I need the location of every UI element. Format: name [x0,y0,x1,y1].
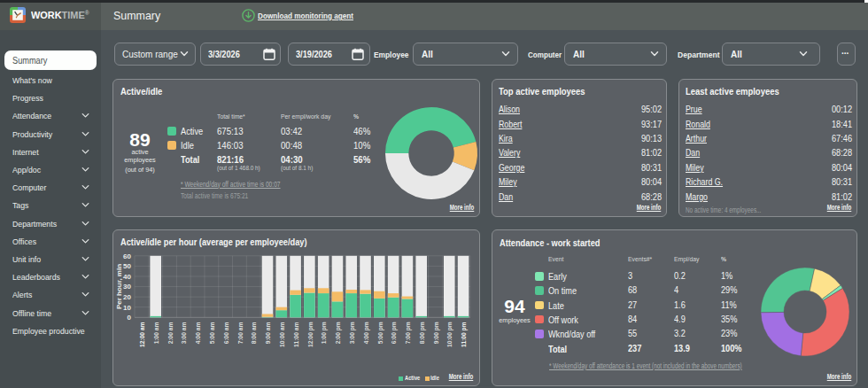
svg-text:12:00 pm: 12:00 pm [306,322,314,347]
svg-text:12:00 am: 12:00 am [138,322,146,347]
svg-text:50: 50 [123,262,131,270]
svg-text:5:00 pm: 5:00 pm [376,322,384,345]
svg-text:60: 60 [123,252,131,260]
svg-text:9:00 pm: 9:00 pm [432,322,440,345]
svg-text:2:00 am: 2:00 am [167,322,174,345]
svg-text:11:00 am: 11:00 am [292,322,300,347]
svg-text:3:00 pm: 3:00 pm [348,322,356,345]
svg-text:9:00 am: 9:00 am [264,322,272,345]
svg-text:40: 40 [123,273,131,281]
svg-text:1:00 am: 1:00 am [152,322,160,345]
svg-text:10:00 pm: 10:00 pm [446,322,453,347]
svg-text:3:00 am: 3:00 am [180,322,188,345]
svg-text:7:00 am: 7:00 am [236,322,244,345]
svg-text:2:00 pm: 2:00 pm [334,322,342,345]
svg-text:10:00 am: 10:00 am [278,322,286,347]
svg-text:6:00 am: 6:00 am [222,322,230,345]
svg-text:30: 30 [123,283,131,291]
svg-text:8:00 am: 8:00 am [250,322,258,345]
svg-text:4:00 pm: 4:00 pm [362,322,370,345]
svg-text:6:00 pm: 6:00 pm [390,322,398,345]
svg-text:Per hour, min: Per hour, min [115,264,123,309]
svg-text:10: 10 [123,304,131,312]
svg-text:20: 20 [123,293,131,301]
svg-text:0: 0 [128,314,132,322]
svg-text:1:00 pm: 1:00 pm [320,322,328,345]
svg-text:4:00 am: 4:00 am [194,322,202,345]
svg-text:7:00 pm: 7:00 pm [404,322,412,345]
svg-text:8:00 pm: 8:00 pm [418,322,426,345]
svg-text:5:00 am: 5:00 am [208,322,216,345]
svg-text:11:00 pm: 11:00 pm [460,322,468,347]
